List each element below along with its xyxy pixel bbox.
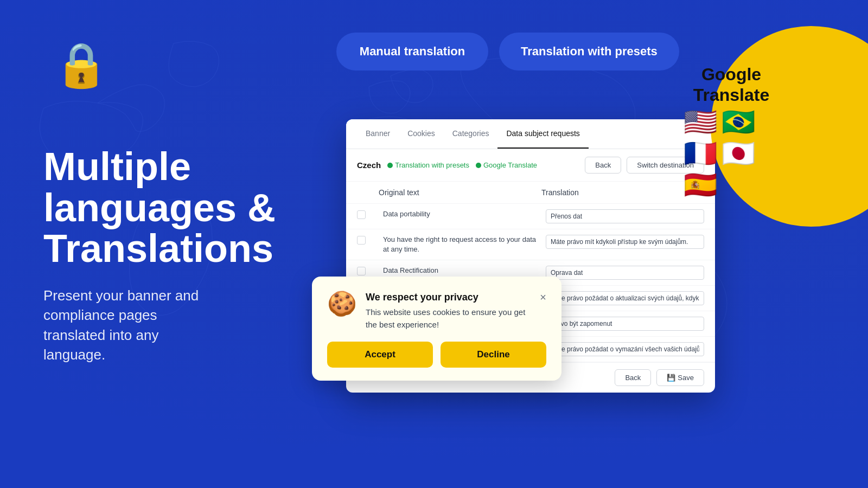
cookie-popup: 🍪 We respect your privacy This website u… xyxy=(312,277,561,381)
back-button-bottom[interactable]: Back xyxy=(615,369,651,386)
cookie-buttons: Accept Decline xyxy=(327,342,546,368)
sub-text: Present your banner and compliance pages… xyxy=(43,286,358,365)
translation-cell-1 xyxy=(546,209,704,223)
original-text-1: Data portability xyxy=(383,209,541,219)
decline-button[interactable]: Decline xyxy=(441,342,546,368)
cookie-close-button[interactable]: × xyxy=(540,292,546,303)
tab-google-translate[interactable]: Google Translate xyxy=(677,64,786,106)
left-content: Multiplelanguages &Translations Present … xyxy=(43,146,358,364)
header-translation: Translation xyxy=(541,188,704,197)
save-button[interactable]: 💾 Save xyxy=(656,369,704,386)
tab-manual-translation[interactable]: Manual translation xyxy=(336,33,488,70)
translation-cell-4 xyxy=(546,291,704,305)
row-checkbox-2[interactable] xyxy=(357,236,366,245)
flag-fr: 🇫🇷 xyxy=(684,140,717,167)
translation-input-1[interactable] xyxy=(546,209,704,223)
cookie-title: We respect your privacy xyxy=(366,292,531,303)
tab-data-subject-requests[interactable]: Data subject requests xyxy=(497,119,588,149)
checkbox-cell xyxy=(357,209,379,219)
table-row: You have the right to request access to … xyxy=(346,229,715,260)
header-checkbox xyxy=(357,188,379,197)
header-original-text: Original text xyxy=(379,188,541,197)
flags-container: 🇺🇸 🇧🇷 🇫🇷 🇯🇵 🇪🇸 xyxy=(684,108,755,198)
flag-jp: 🇯🇵 xyxy=(722,140,755,167)
tab-cookies[interactable]: Cookies xyxy=(399,119,444,149)
cookie-content: We respect your privacy This website use… xyxy=(366,292,531,331)
table-row: Data portability xyxy=(346,204,715,229)
flag-es: 🇪🇸 xyxy=(684,171,717,198)
translation-cell-6 xyxy=(546,342,704,356)
translation-cell-2 xyxy=(546,235,704,249)
back-button-top[interactable]: Back xyxy=(585,157,621,174)
row-checkbox-1[interactable] xyxy=(357,210,366,219)
flag-us: 🇺🇸 xyxy=(684,108,717,136)
original-text-3: Data Rectification xyxy=(383,266,541,275)
original-text-2: You have the right to request access to … xyxy=(383,235,541,254)
language-bar: Czech Translation with presets Google Tr… xyxy=(346,149,715,182)
cookie-text: This website uses cookies to ensure you … xyxy=(366,306,531,331)
cookie-icon: 🍪 xyxy=(327,292,357,316)
translation-input-2[interactable] xyxy=(546,235,704,249)
badge-dot-presets xyxy=(387,163,393,168)
header-tabs: Manual translation Translation with pres… xyxy=(336,33,679,70)
badge-dot-google xyxy=(476,163,481,168)
translation-input-4[interactable] xyxy=(546,291,704,305)
tab-banner[interactable]: Banner xyxy=(357,119,399,149)
checkbox-cell xyxy=(357,266,379,275)
row-checkbox-3[interactable] xyxy=(357,267,366,275)
cookie-popup-top: 🍪 We respect your privacy This website u… xyxy=(327,292,546,331)
translation-input-6[interactable] xyxy=(546,342,704,356)
save-icon: 💾 xyxy=(667,374,675,382)
accept-button[interactable]: Accept xyxy=(327,342,433,368)
panel-nav: Banner Cookies Categories Data subject r… xyxy=(346,119,715,149)
language-label: Czech xyxy=(357,160,381,170)
badge-presets: Translation with presets xyxy=(387,161,469,169)
translation-cell-5 xyxy=(546,317,704,331)
flag-br: 🇧🇷 xyxy=(722,108,755,136)
table-header: Original text Translation xyxy=(346,182,715,204)
badge-google: Google Translate xyxy=(476,161,537,169)
translation-input-3[interactable] xyxy=(546,266,704,280)
checkbox-cell xyxy=(357,235,379,245)
main-heading: Multiplelanguages &Translations xyxy=(43,146,358,269)
translation-input-5[interactable] xyxy=(546,317,704,331)
translation-cell-3 xyxy=(546,266,704,280)
lock-icon: 🔒 xyxy=(54,43,108,87)
tab-categories[interactable]: Categories xyxy=(444,119,498,149)
tab-translation-presets[interactable]: Translation with presets xyxy=(499,33,679,70)
